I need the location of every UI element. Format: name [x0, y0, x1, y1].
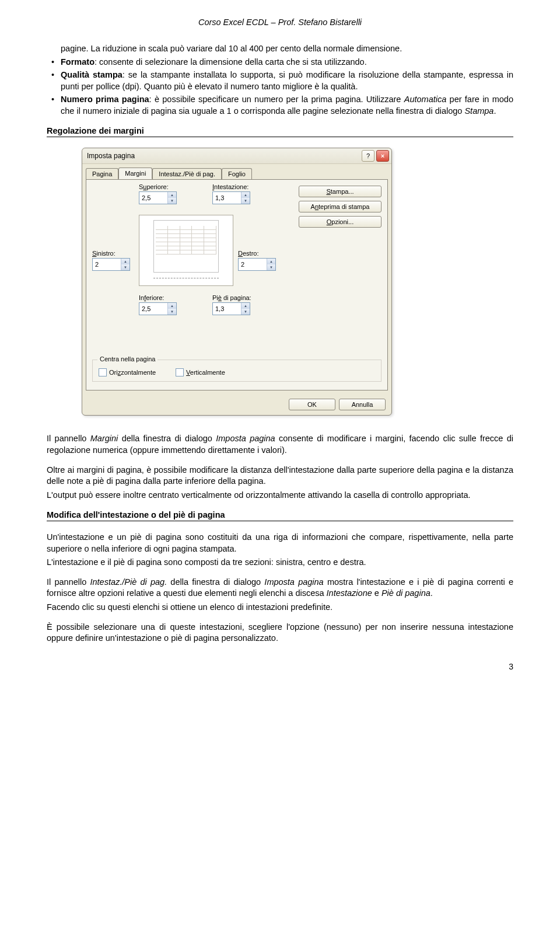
bullet-numero: Numero prima pagina: è possibile specifi…: [47, 94, 513, 117]
group-legend: Centra nella pagina: [97, 355, 158, 362]
page-number: 3: [47, 662, 513, 671]
input-sinistro[interactable]: [93, 259, 121, 270]
checkbox-icon: [99, 368, 107, 376]
print-button-label: tampa...: [331, 188, 354, 195]
bullet-text: pagine. La riduzione in scala può variar…: [61, 44, 402, 53]
paragraph: Il pannello Intestaz./Piè di pag. della …: [47, 577, 513, 599]
spinner-down-icon[interactable]: ▼: [168, 309, 176, 315]
em: Piè di pagina: [382, 588, 430, 598]
dialog-title: Imposta pagina: [87, 152, 360, 160]
input-destro[interactable]: [239, 259, 267, 270]
spinner-sinistro[interactable]: ▲▼: [92, 258, 130, 271]
tab-foglio[interactable]: Foglio: [222, 168, 252, 180]
print-preview-button[interactable]: Anteprima di stampa: [299, 201, 382, 212]
text: .: [430, 588, 433, 598]
bullet-text: : consente di selezionare la dimensione …: [94, 57, 367, 67]
tab-strip: Pagina Margini Intestaz./Piè di pag. Fog…: [82, 164, 391, 179]
document-header: Corso Excel ECDL – Prof. Stefano Bistare…: [47, 18, 513, 27]
label-sinistro: Sinistro:: [92, 250, 130, 257]
input-pie[interactable]: [213, 303, 241, 315]
spinner-down-icon[interactable]: ▼: [242, 198, 250, 204]
ok-button[interactable]: OK: [289, 399, 335, 410]
bullet-lead: Formato: [61, 57, 94, 67]
label-intestazione: Intestazione:: [212, 183, 250, 190]
em: Intestazione: [327, 588, 372, 598]
em: Imposta pagina: [216, 434, 275, 443]
bullet-text: : se la stampante installata lo supporta…: [61, 70, 513, 91]
tab-content: Stampa... Anteprima di stampa Opzioni...…: [86, 179, 388, 390]
checkbox-orizzontale[interactable]: Orizzontalmente: [99, 368, 156, 376]
bullet-lead: Numero prima pagina: [61, 95, 149, 104]
text: e: [372, 588, 382, 598]
spinner-superiore[interactable]: ▲▼: [139, 191, 177, 204]
close-button[interactable]: ×: [376, 150, 389, 162]
checkbox-label: Orizzontalmente: [109, 369, 156, 376]
bullet-text: : è possibile specificare un numero per …: [149, 95, 404, 104]
bullet-em: Stampa: [464, 106, 494, 116]
paragraph: Facendo clic su questi elenchi si ottien…: [47, 602, 513, 613]
dialog-titlebar: Imposta pagina ? ×: [82, 148, 391, 164]
spinner-intestazione[interactable]: ▲▼: [212, 191, 250, 204]
label-pie: Piè di pagina:: [212, 294, 251, 301]
paragraph: L'intestazione e il piè di pagina sono c…: [47, 557, 513, 569]
label-inferiore: Inferiore:: [139, 294, 177, 301]
margin-preview: [139, 215, 233, 286]
section-header-footer-heading: Modifica dell'intestazione o del piè di …: [47, 510, 513, 521]
spinner-up-icon[interactable]: ▲: [242, 303, 250, 309]
cancel-button[interactable]: Annulla: [339, 399, 386, 410]
checkbox-icon: [176, 368, 184, 376]
input-intestazione[interactable]: [213, 192, 241, 204]
paragraph: Oltre ai margini di pagina, è possibile …: [47, 465, 513, 487]
spinner-down-icon[interactable]: ▼: [121, 264, 130, 270]
checkbox-label: Verticalmente: [186, 369, 225, 376]
paragraph: Un'intestazione e un piè di pagina sono …: [47, 532, 513, 555]
paragraph: L'output può essere inoltre centrato ver…: [47, 490, 513, 501]
tab-pagina[interactable]: Pagina: [86, 168, 118, 180]
tab-intestaz[interactable]: Intestaz./Piè di pag.: [152, 168, 222, 180]
print-button[interactable]: Stampa...: [299, 186, 382, 197]
center-page-group: Centra nella pagina Orizzontalmente Vert…: [92, 360, 382, 382]
page-setup-dialog: Imposta pagina ? × Pagina Margini Intest…: [82, 148, 392, 416]
tab-margini[interactable]: Margini: [118, 168, 152, 179]
help-button[interactable]: ?: [362, 150, 374, 162]
label-destro: Destro:: [238, 250, 276, 257]
spinner-down-icon[interactable]: ▼: [168, 198, 176, 204]
text: della finestra di dialogo: [167, 577, 264, 587]
bullet-qualita: Qualità stampa: se la stampante installa…: [47, 69, 513, 92]
bullet-formato: Formato: consente di selezionare la dime…: [47, 57, 513, 68]
spinner-destro[interactable]: ▲▼: [238, 258, 276, 271]
em: Margini: [90, 434, 118, 443]
em: Intestaz./Piè di pag.: [90, 577, 167, 587]
spinner-up-icon[interactable]: ▲: [168, 192, 176, 198]
spinner-down-icon[interactable]: ▼: [267, 264, 275, 270]
checkbox-verticale[interactable]: Verticalmente: [176, 368, 225, 376]
paragraph: Il pannello Margini della finestra di di…: [47, 433, 513, 456]
input-superiore[interactable]: [139, 192, 167, 204]
spinner-up-icon[interactable]: ▲: [242, 192, 250, 198]
bullet-continuation: pagine. La riduzione in scala può variar…: [47, 43, 513, 55]
options-button[interactable]: Opzioni...: [299, 216, 382, 228]
spinner-down-icon[interactable]: ▼: [242, 309, 250, 315]
section-margins-heading: Regolazione dei margini: [47, 126, 513, 137]
label-superiore: Superiore:: [139, 183, 177, 190]
bullet-text: .: [494, 106, 496, 116]
spinner-inferiore[interactable]: ▲▼: [139, 302, 177, 315]
text: Il pannello: [47, 577, 90, 587]
em: Imposta pagina: [264, 577, 323, 587]
spinner-up-icon[interactable]: ▲: [267, 259, 275, 264]
text: Il pannello: [47, 434, 90, 443]
bullet-lead: Qualità stampa: [61, 70, 123, 79]
spinner-up-icon[interactable]: ▲: [121, 259, 130, 264]
paragraph: È possibile selezionare una di queste in…: [47, 622, 513, 644]
spinner-pie[interactable]: ▲▼: [212, 302, 250, 315]
bullet-em: Automatica: [404, 95, 447, 104]
spinner-up-icon[interactable]: ▲: [168, 303, 176, 309]
input-inferiore[interactable]: [139, 303, 167, 315]
text: della finestra di dialogo: [118, 434, 216, 443]
